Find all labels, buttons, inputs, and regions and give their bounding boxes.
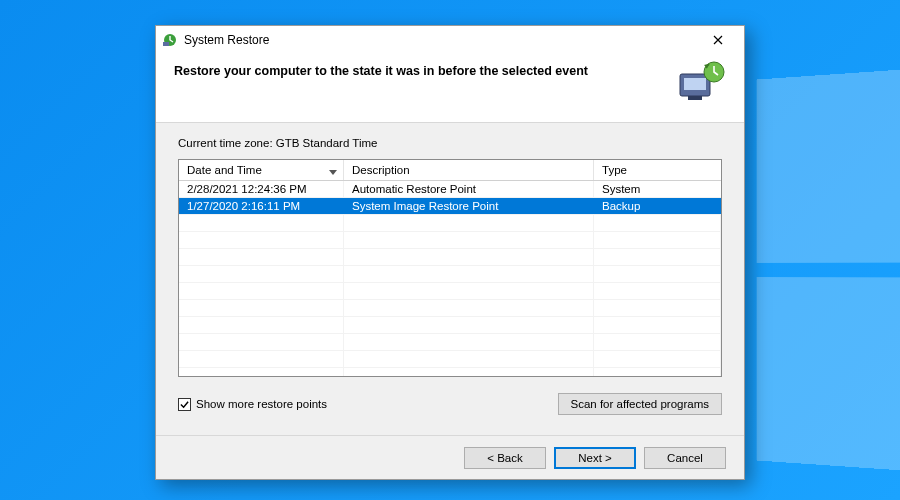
wizard-header: Restore your computer to the state it wa… (156, 54, 744, 123)
cell-date: 1/27/2020 2:16:11 PM (179, 198, 344, 214)
system-restore-dialog: System Restore Restore your computer to … (155, 25, 745, 480)
cell-desc: Automatic Restore Point (344, 181, 594, 197)
show-more-checkbox[interactable]: Show more restore points (178, 398, 327, 411)
restore-point-icon (674, 60, 726, 104)
cell-desc: System Image Restore Point (344, 198, 594, 214)
checkbox-icon (178, 398, 191, 411)
table-row (179, 266, 721, 283)
cell-date: 2/28/2021 12:24:36 PM (179, 181, 344, 197)
cell-type: Backup (594, 198, 721, 214)
table-row (179, 368, 721, 377)
table-row (179, 249, 721, 266)
scan-affected-programs-button[interactable]: Scan for affected programs (558, 393, 723, 415)
cancel-button[interactable]: Cancel (644, 447, 726, 469)
column-type[interactable]: Type (594, 160, 721, 180)
table-row (179, 351, 721, 368)
back-button[interactable]: < Back (464, 447, 546, 469)
column-date-time[interactable]: Date and Time (179, 160, 344, 180)
restore-points-table: Date and Time Description Type 2/28/2021… (178, 159, 722, 377)
svg-rect-3 (684, 78, 706, 90)
close-button[interactable] (698, 29, 738, 51)
table-row (179, 334, 721, 351)
table-row (179, 232, 721, 249)
svg-rect-1 (163, 42, 169, 46)
column-description[interactable]: Description (344, 160, 594, 180)
table-row (179, 300, 721, 317)
table-row[interactable]: 2/28/2021 12:24:36 PMAutomatic Restore P… (179, 181, 721, 198)
system-restore-icon (162, 32, 178, 48)
wizard-content: Current time zone: GTB Standard Time Dat… (156, 123, 744, 435)
titlebar: System Restore (156, 26, 744, 54)
timezone-label: Current time zone: GTB Standard Time (178, 137, 722, 149)
svg-rect-4 (688, 96, 702, 100)
checkbox-label: Show more restore points (196, 398, 327, 410)
table-row (179, 283, 721, 300)
wizard-footer: < Back Next > Cancel (156, 435, 744, 479)
header-text: Restore your computer to the state it wa… (174, 60, 664, 78)
next-button[interactable]: Next > (554, 447, 636, 469)
table-body: 2/28/2021 12:24:36 PMAutomatic Restore P… (179, 181, 721, 377)
table-row (179, 215, 721, 232)
table-row[interactable]: 1/27/2020 2:16:11 PMSystem Image Restore… (179, 198, 721, 215)
window-title: System Restore (184, 33, 698, 47)
table-header: Date and Time Description Type (179, 160, 721, 181)
table-row (179, 317, 721, 334)
cell-type: System (594, 181, 721, 197)
